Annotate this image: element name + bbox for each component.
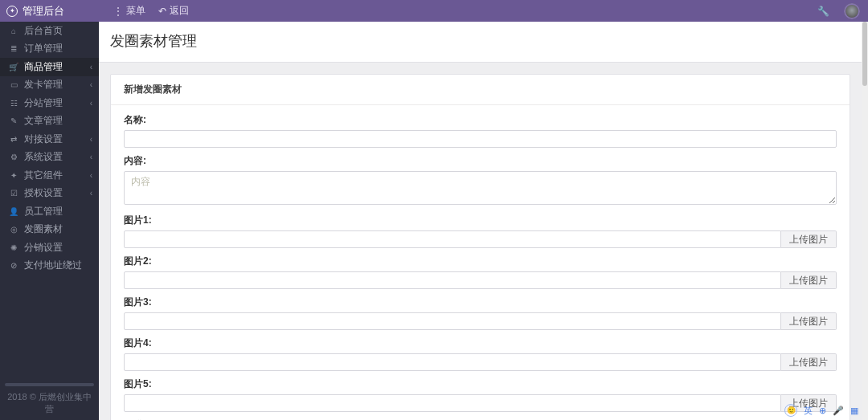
sidebar-item-icon: ✎ <box>8 116 19 125</box>
sidebar-item[interactable]: ⊘支付地址绕过 <box>0 257 99 275</box>
image-input-group: 上传图片 <box>124 394 837 412</box>
sidebar-item-icon: ▭ <box>8 80 19 89</box>
sidebar-item[interactable]: ☷分站管理‹ <box>0 94 99 112</box>
row-image: 图片5:上传图片 <box>124 377 837 412</box>
sidebar-item-label: 文章管理 <box>24 114 63 128</box>
settings-button[interactable]: 🔧 <box>811 6 836 17</box>
sidebar-item[interactable]: ✦其它组件‹ <box>0 166 99 185</box>
sidebar-item-icon: ⊘ <box>8 261 19 270</box>
brand-title: 管理后台 <box>23 4 64 18</box>
panel-body: 名称: 内容: 图片1:上传图片图片2:上传图片图片3:上传图片图片4:上传图片… <box>111 105 850 420</box>
brand: ✦ 管理后台 <box>0 0 99 22</box>
sidebar-item-icon: ⇄ <box>8 135 19 144</box>
back-button[interactable]: ↶ 返回 <box>152 4 195 18</box>
sidebar-item-icon: 👤 <box>8 207 19 216</box>
content-label: 内容: <box>124 154 837 168</box>
image-label: 图片3: <box>124 296 837 309</box>
image-path-input[interactable] <box>124 312 781 330</box>
row-image: 图片1:上传图片 <box>124 214 837 248</box>
menu-button[interactable]: ⋮ 菜单 <box>107 4 152 18</box>
upload-button[interactable]: 上传图片 <box>781 230 837 248</box>
ime-circle-icon[interactable]: 🙂 <box>784 404 797 417</box>
sidebar-item-label: 订单管理 <box>24 42 63 55</box>
sidebar-item[interactable]: ✺分销设置 <box>0 239 99 257</box>
image-label: 图片2: <box>124 255 837 268</box>
image-label: 图片4: <box>124 336 837 350</box>
sidebar-item-icon: ☑ <box>8 189 19 198</box>
sidebar-item-icon: ✺ <box>8 243 19 252</box>
row-image: 图片2:上传图片 <box>124 255 837 289</box>
sidebar-item-label: 后台首页 <box>24 24 63 38</box>
brand-logo-icon: ✦ <box>6 6 18 17</box>
sidebar-item-label: 对接设置 <box>24 133 63 146</box>
sidebar-item-label: 商品管理 <box>24 60 63 74</box>
sidebar-footer: 2018 © 后燃创业集中营 <box>0 377 99 420</box>
sidebar-item-label: 发卡管理 <box>24 78 63 92</box>
row-image: 图片4:上传图片 <box>124 336 837 371</box>
ime-grid-icon[interactable]: ▦ <box>850 406 858 416</box>
window-scrollbar[interactable] <box>862 22 868 420</box>
sidebar-progress-bar <box>5 383 94 386</box>
content-textarea[interactable] <box>124 171 837 205</box>
page-header: 发圈素材管理 <box>99 22 862 63</box>
image-path-input[interactable] <box>124 271 781 289</box>
sidebar-item-icon: 🛒 <box>8 63 19 71</box>
sidebar-item-label: 发圈素材 <box>24 222 63 236</box>
sidebar-item[interactable]: 👤员工管理 <box>0 202 99 221</box>
sidebar-item-label: 其它组件 <box>24 169 63 182</box>
sidebar-item-icon: ⚙ <box>8 153 19 161</box>
sidebar-item[interactable]: ◎发圈素材 <box>0 221 99 239</box>
scrollbar-thumb[interactable] <box>862 22 867 86</box>
image-path-input[interactable] <box>124 353 781 371</box>
sidebar-item[interactable]: ⚙系统设置‹ <box>0 149 99 167</box>
ime-mic-icon[interactable]: 🎤 <box>833 406 844 416</box>
sidebar-item-label: 分站管理 <box>24 96 63 110</box>
upload-button[interactable]: 上传图片 <box>781 353 837 371</box>
footer-text: 后燃创业集中营 <box>39 392 92 414</box>
menu-label: 菜单 <box>126 4 145 18</box>
sidebar-item[interactable]: ▭发卡管理‹ <box>0 76 99 95</box>
image-path-input[interactable] <box>124 394 781 412</box>
chevron-left-icon: ‹ <box>90 99 92 108</box>
sidebar-item-label: 系统设置 <box>24 150 63 164</box>
name-label: 名称: <box>124 113 837 127</box>
chevron-left-icon: ‹ <box>90 153 92 161</box>
upload-button[interactable]: 上传图片 <box>781 271 837 289</box>
chevron-left-icon: ‹ <box>90 63 92 71</box>
chevron-left-icon: ‹ <box>90 80 92 89</box>
ime-lang-label[interactable]: 英 <box>804 405 813 417</box>
sidebar-item[interactable]: ☑授权设置‹ <box>0 185 99 203</box>
wrench-icon: 🔧 <box>817 6 829 17</box>
ime-world-icon[interactable]: ⊕ <box>819 406 826 416</box>
sidebar-item-label: 分销设置 <box>24 241 63 255</box>
panel-title: 新增发圈素材 <box>111 75 850 105</box>
sidebar-item-label: 授权设置 <box>24 186 63 200</box>
chevron-left-icon: ‹ <box>90 189 92 198</box>
image-input-group: 上传图片 <box>124 271 837 289</box>
page-title: 发圈素材管理 <box>110 31 850 51</box>
name-input[interactable] <box>124 130 837 148</box>
image-input-group: 上传图片 <box>124 353 837 371</box>
back-icon: ↶ <box>158 6 166 17</box>
sidebar-item[interactable]: ✎文章管理 <box>0 112 99 131</box>
sidebar-item-icon: ≣ <box>8 44 19 53</box>
sidebar-item-icon: ⌂ <box>8 27 19 35</box>
image-input-group: 上传图片 <box>124 312 837 330</box>
sidebar-item[interactable]: ≣订单管理 <box>0 40 99 59</box>
image-path-input[interactable] <box>124 230 781 248</box>
ime-tray: 🙂 英 ⊕ 🎤 ▦ <box>784 404 858 417</box>
sidebar-item-icon: ✦ <box>8 171 19 180</box>
upload-button[interactable]: 上传图片 <box>781 312 837 330</box>
sidebar: ⌂后台首页≣订单管理🛒商品管理‹▭发卡管理‹☷分站管理‹✎文章管理⇄对接设置‹⚙… <box>0 22 99 420</box>
form-panel: 新增发圈素材 名称: 内容: 图片1:上传图片图片2:上传图片图片3:上传图片图… <box>110 74 850 420</box>
row-name: 名称: <box>124 113 837 148</box>
sidebar-item[interactable]: ⇄对接设置‹ <box>0 130 99 149</box>
row-image: 图片3:上传图片 <box>124 296 837 330</box>
sidebar-item[interactable]: ⌂后台首页 <box>0 22 99 40</box>
avatar[interactable] <box>844 3 860 19</box>
back-label: 返回 <box>170 4 189 18</box>
sidebar-item[interactable]: 🛒商品管理‹ <box>0 58 99 76</box>
image-input-group: 上传图片 <box>124 230 837 248</box>
topbar: ✦ 管理后台 ⋮ 菜单 ↶ 返回 🔧 <box>0 0 868 22</box>
row-content: 内容: <box>124 154 837 207</box>
